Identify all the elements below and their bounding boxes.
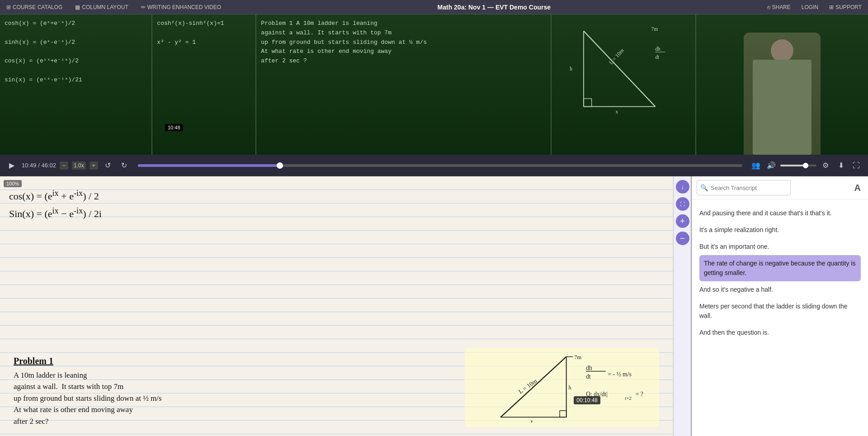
pen-icon: ✏ bbox=[141, 4, 146, 10]
forward-button[interactable]: ↻ bbox=[118, 159, 131, 172]
play-button[interactable]: ▶ bbox=[5, 159, 18, 172]
nav-writing-enhanced[interactable]: ✏ WRITING ENHANCED VIDEO bbox=[138, 0, 224, 14]
bb-section-mid: cosh²(x)-sinh²(x)=1 x² - y² = 1 bbox=[152, 14, 256, 155]
nav-right-actions: ⎋ SHARE LOGIN ⊞ SUPPORT bbox=[764, 4, 864, 10]
svg-text:x: x bbox=[530, 418, 533, 422]
svg-text:= ?: = ? bbox=[636, 391, 643, 398]
share-button[interactable]: ⎋ SHARE bbox=[764, 4, 793, 10]
zoom-in-button[interactable]: + bbox=[676, 214, 689, 228]
bb-diagram-svg: L = 10m h x 7m dh dt bbox=[556, 19, 691, 118]
share-label: SHARE bbox=[772, 4, 791, 10]
settings-icon: ⚙ bbox=[822, 161, 829, 170]
font-size-icon: A bbox=[854, 183, 861, 193]
math-formulas-area: cos(x) = (eix + e-ix) / 2 Sin(x) = (eix … bbox=[9, 181, 582, 223]
forward-icon: ↻ bbox=[121, 161, 127, 170]
svg-text:dt: dt bbox=[655, 54, 660, 60]
nav-course-catalog-label: COURSE CATALOG bbox=[13, 4, 62, 10]
settings-button[interactable]: ⚙ bbox=[819, 159, 832, 172]
zoom-out-button[interactable]: − bbox=[676, 232, 689, 245]
time-display: 10:49 / 46:02 bbox=[22, 162, 56, 169]
download-video-button[interactable]: ⬇ bbox=[835, 159, 847, 172]
fullscreen-icon: ⛶ bbox=[853, 161, 860, 170]
volume-button[interactable]: 🔊 bbox=[765, 159, 778, 172]
problem-body: A 10m ladder is leaningagainst a wall. I… bbox=[14, 370, 162, 427]
nav-course-catalog[interactable]: ⊞ COURSE CATALOG bbox=[4, 0, 65, 14]
speed-minus-button[interactable]: − bbox=[60, 161, 68, 170]
video-controls-bar: ▶ 10:49 / 46:02 − 1.0x + ↺ ↻ 👥 🔊 ⚙ bbox=[0, 155, 868, 176]
controls-right: 👥 🔊 ⚙ ⬇ ⛶ bbox=[750, 159, 863, 172]
svg-text:L = 10m: L = 10m bbox=[608, 47, 625, 66]
bb-section-problem: Problem 1 A 10m ladder is leaning agains… bbox=[256, 14, 552, 155]
fullscreen-button[interactable]: ⛶ bbox=[850, 159, 863, 172]
minus-icon: − bbox=[680, 234, 685, 243]
transcript-body: And pausing there and it cause that's it… bbox=[692, 199, 868, 436]
bb-identity-text: cosh²(x)-sinh²(x)=1 x² - y² = 1 bbox=[157, 19, 251, 47]
notebook-area: 100% cos(x) = (eix + e-ix) / 2 Sin(x) = … bbox=[0, 176, 674, 436]
svg-text:= - ½ m/s: = - ½ m/s bbox=[608, 371, 632, 378]
svg-line-11 bbox=[500, 357, 566, 417]
share-icon: ⎋ bbox=[767, 4, 770, 10]
transcript-line[interactable]: It's a simple realization right. bbox=[699, 222, 861, 238]
transcript-line[interactable]: But it's an important one. bbox=[699, 238, 861, 255]
problem-diagram-svg: 7m L = 10m h x dh dt = - ½ m/s Q: dx/dt|… bbox=[469, 352, 655, 422]
login-button[interactable]: LOGIN bbox=[799, 4, 821, 10]
problem-area: Problem 1 A 10m ladder is leaningagainst… bbox=[14, 354, 162, 427]
download-notes-button[interactable]: ↓ bbox=[676, 180, 689, 194]
bb-formula-text: cosh(x) = (eˣ+e⁻ˣ)/2 sinh(x) = (eˣ-e⁻ˣ)/… bbox=[5, 19, 147, 85]
bb-problem-text: Problem 1 A 10m ladder is leaning agains… bbox=[261, 19, 546, 66]
bb-section-diagram: L = 10m h x 7m dh dt bbox=[552, 14, 696, 155]
support-button[interactable]: ⊞ SUPPORT bbox=[826, 4, 864, 10]
instructor-area bbox=[696, 14, 868, 155]
total-time: 46:02 bbox=[41, 162, 56, 169]
plus-icon: + bbox=[680, 217, 685, 226]
blackboard-content: cosh(x) = (eˣ+e⁻ˣ)/2 sinh(x) = (eˣ-e⁻ˣ)/… bbox=[0, 14, 868, 155]
people-button[interactable]: 👥 bbox=[750, 159, 762, 172]
volume-slider[interactable] bbox=[780, 165, 816, 166]
progress-bar[interactable] bbox=[138, 164, 742, 167]
svg-text:dt: dt bbox=[586, 373, 591, 380]
rewind-icon: ↺ bbox=[105, 161, 111, 170]
transcript-header: 🔍 A bbox=[692, 176, 868, 199]
support-icon: ⊞ bbox=[829, 4, 834, 10]
nav-column-layout-label: COLUMN LAYOUT bbox=[82, 4, 128, 10]
rewind-button[interactable]: ↺ bbox=[102, 159, 114, 172]
progress-fill bbox=[138, 164, 280, 167]
svg-rect-14 bbox=[560, 411, 566, 417]
svg-text:h: h bbox=[569, 384, 572, 391]
speed-plus-icon: + bbox=[92, 162, 95, 169]
side-controls: ↓ ⛶ + − bbox=[674, 176, 692, 436]
volume-fill bbox=[780, 165, 806, 166]
speed-minus-icon: − bbox=[62, 162, 66, 169]
transcript-line[interactable]: And so it's negative a half. bbox=[699, 281, 861, 298]
zoom-badge: 100% bbox=[4, 180, 22, 187]
volume-thumb bbox=[803, 163, 808, 168]
main-content-area: 100% cos(x) = (eix + e-ix) / 2 Sin(x) = … bbox=[0, 176, 868, 436]
speed-plus-button[interactable]: + bbox=[90, 161, 98, 170]
svg-text:dh: dh bbox=[586, 365, 592, 371]
transcript-line[interactable]: The rate of change is negative because t… bbox=[699, 255, 861, 281]
svg-text:t=2: t=2 bbox=[625, 396, 632, 401]
font-size-button[interactable]: A bbox=[852, 182, 863, 194]
bb-section-left: cosh(x) = (eˣ+e⁻ˣ)/2 sinh(x) = (eˣ-e⁻ˣ)/… bbox=[0, 14, 152, 155]
expand-button[interactable]: ⛶ bbox=[676, 197, 689, 211]
current-time: 10:49 bbox=[22, 162, 37, 169]
transcript-line[interactable]: And pausing there and it cause that's it… bbox=[699, 205, 861, 222]
nav-column-layout[interactable]: ▦ COLUMN LAYOUT bbox=[72, 0, 131, 14]
columns-icon: ▦ bbox=[75, 4, 80, 10]
transcript-line[interactable]: Meters per second that the ladder is sli… bbox=[699, 298, 861, 324]
video-timestamp-overlay: 00:10:48 bbox=[574, 396, 600, 404]
grid-icon: ⊞ bbox=[6, 4, 11, 10]
transcript-panel: 🔍 A And pausing there and it cause that'… bbox=[692, 176, 868, 436]
problem-title: Problem 1 bbox=[14, 354, 162, 368]
expand-icon: ⛶ bbox=[680, 201, 685, 207]
transcript-line[interactable]: And then the question is. bbox=[699, 324, 861, 341]
download-notes-icon: ↓ bbox=[681, 183, 684, 190]
progress-thumb bbox=[277, 162, 283, 169]
transcript-search-input[interactable] bbox=[697, 180, 791, 195]
svg-text:7m: 7m bbox=[651, 26, 658, 32]
svg-rect-3 bbox=[584, 99, 592, 107]
svg-text:7m: 7m bbox=[574, 354, 581, 360]
people-icon: 👥 bbox=[751, 161, 760, 170]
video-container: cosh(x) = (eˣ+e⁻ˣ)/2 sinh(x) = (eˣ-e⁻ˣ)/… bbox=[0, 14, 868, 155]
support-label: SUPPORT bbox=[835, 4, 862, 10]
